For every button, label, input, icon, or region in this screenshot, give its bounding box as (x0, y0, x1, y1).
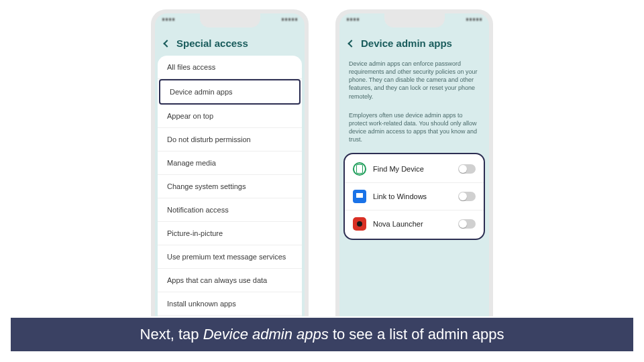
settings-item[interactable]: Picture-in-picture (158, 222, 302, 245)
page-header: Device admin apps (339, 28, 489, 56)
screen-left: ∎∎∎∎∎∎∎∎∎ Special access All files acces… (155, 13, 305, 341)
settings-list: All files accessDevice admin appsAppear … (158, 56, 302, 337)
notch (200, 13, 260, 27)
toggle-switch[interactable] (458, 219, 476, 229)
admin-apps-list: Find My DeviceLink to WindowsNova Launch… (343, 153, 485, 240)
caption: Next, tap Device admin apps to see a lis… (9, 316, 635, 353)
stage: ∎∎∎∎∎∎∎∎∎ Special access All files acces… (0, 0, 644, 362)
settings-item[interactable]: Do not disturb permission (158, 128, 302, 152)
description-2: Employers often use device admin apps to… (339, 107, 489, 151)
back-icon[interactable] (163, 40, 170, 47)
app-name: Link to Windows (373, 192, 451, 200)
admin-app-row[interactable]: Link to Windows (345, 182, 484, 210)
phone-left: ∎∎∎∎∎∎∎∎∎ Special access All files acces… (151, 9, 309, 345)
description-1: Device admin apps can enforce password r… (339, 56, 489, 107)
toggle-switch[interactable] (458, 192, 476, 201)
caption-post: to see a list of admin apps (329, 326, 504, 343)
settings-item[interactable]: Device admin apps (159, 79, 301, 105)
admin-app-row[interactable]: Nova Launcher (345, 210, 484, 237)
settings-item[interactable]: All files access (158, 56, 302, 79)
admin-app-row[interactable]: Find My Device (345, 156, 484, 182)
caption-pre: Next, tap (140, 326, 203, 343)
nova-icon (353, 217, 366, 231)
settings-item[interactable]: Change system settings (158, 175, 302, 198)
toggle-switch[interactable] (458, 164, 476, 174)
app-name: Nova Launcher (373, 220, 451, 228)
find-icon (353, 162, 366, 176)
settings-item[interactable]: Use premium text message services (158, 245, 302, 269)
back-icon[interactable] (347, 40, 355, 47)
app-name: Find My Device (373, 165, 451, 173)
settings-item[interactable]: Install unknown apps (158, 292, 302, 316)
notch (384, 13, 445, 27)
page-title: Device admin apps (361, 38, 452, 49)
link-icon (353, 190, 366, 203)
phone-right: ∎∎∎∎∎∎∎∎∎ Device admin apps Device admin… (335, 9, 493, 345)
settings-item[interactable]: Manage media (158, 152, 302, 175)
screen-right: ∎∎∎∎∎∎∎∎∎ Device admin apps Device admin… (339, 13, 489, 341)
settings-item[interactable]: Appear on top (158, 105, 302, 128)
page-title: Special access (176, 38, 248, 49)
caption-emphasis: Device admin apps (203, 326, 329, 343)
page-header: Special access (155, 28, 305, 56)
settings-item[interactable]: Notification access (158, 198, 302, 222)
settings-item[interactable]: Apps that can always use data (158, 269, 302, 292)
